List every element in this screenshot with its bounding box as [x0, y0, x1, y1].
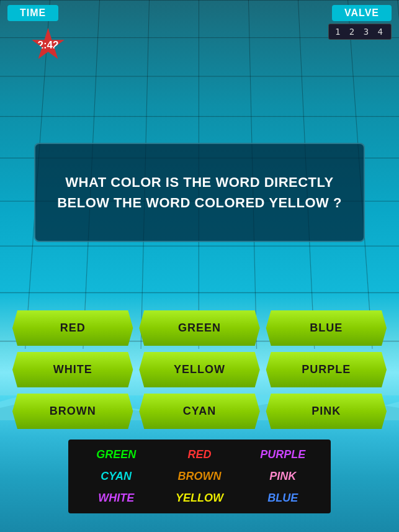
color-word-blue: BLUE [244, 489, 321, 507]
valve-numbers: 1 2 3 4 [328, 24, 392, 40]
color-word-pink: PINK [244, 467, 321, 485]
answer-btn-red[interactable]: RED [12, 310, 133, 346]
answer-btn-white[interactable]: WHITE [12, 352, 133, 387]
answer-btn-pink[interactable]: PINK [266, 394, 387, 429]
answer-btn-brown[interactable]: BROWN [12, 394, 133, 429]
color-word-green: GREEN [78, 446, 155, 464]
time-label: TIME [7, 5, 58, 21]
answer-btn-blue[interactable]: BLUE [266, 310, 387, 346]
color-word-red: RED [161, 446, 238, 464]
answer-btn-purple[interactable]: PURPLE [266, 352, 387, 387]
valve-label: VALVE [332, 5, 392, 21]
valve-display: VALVE 1 2 3 4 [328, 5, 392, 40]
question-box: WHAT COLOR IS THE WORD DIRECTLY BELOW TH… [34, 143, 365, 242]
answers-area: REDGREENBLUEWHITEYELLOWPURPLEBROWNCYANPI… [6, 304, 393, 435]
question-text: WHAT COLOR IS THE WORD DIRECTLY BELOW TH… [54, 172, 345, 213]
color-word-brown: BROWN [161, 467, 238, 485]
color-grid: GREENREDPURPLECYANBROWNPINKWHITEYELLOWBL… [78, 446, 321, 507]
color-word-yellow: YELLOW [161, 489, 238, 507]
answer-btn-green[interactable]: GREEN [139, 310, 259, 346]
color-word-purple: PURPLE [244, 446, 321, 464]
color-word-white: WHITE [78, 489, 155, 507]
answer-btn-yellow[interactable]: YELLOW [139, 352, 259, 387]
answer-btn-cyan[interactable]: CYAN [139, 394, 259, 429]
color-word-cyan: CYAN [78, 467, 155, 485]
top-bar: TIME VALVE 1 2 3 4 [0, 0, 399, 45]
color-grid-area: GREENREDPURPLECYANBROWNPINKWHITEYELLOWBL… [68, 440, 331, 513]
